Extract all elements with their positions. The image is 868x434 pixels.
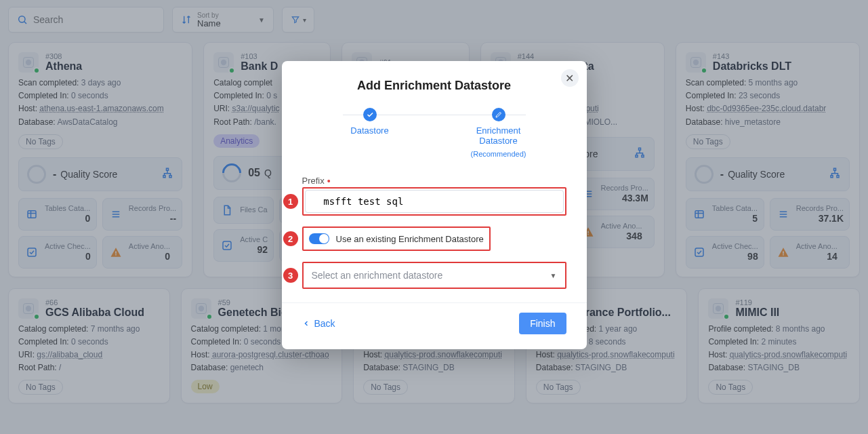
chevron-down-icon: ▼ — [550, 272, 557, 279]
back-label: Back — [314, 318, 335, 329]
step-sublabel: (Recommended) — [471, 150, 526, 158]
back-button[interactable]: Back — [302, 318, 335, 329]
step-enrichment[interactable]: Enrichment Datastore (Recommended) — [458, 108, 539, 158]
step-label: Enrichment Datastore — [458, 125, 539, 146]
highlight-select: 3 Select an enrichment datastore ▼ — [302, 262, 566, 289]
enrichment-select[interactable]: Select an enrichment datastore ▼ — [305, 264, 564, 286]
modal-title: Add Enrichment Datastore — [302, 79, 566, 93]
modal-overlay: ✕ Add Enrichment Datastore Datastore Enr… — [0, 0, 868, 434]
prefix-input[interactable] — [305, 190, 564, 213]
stepper: Datastore Enrichment Datastore (Recommen… — [329, 108, 539, 158]
select-placeholder: Select an enrichment datastore — [312, 270, 443, 281]
annotation-badge-2: 2 — [283, 231, 298, 246]
step-label: Datastore — [350, 125, 388, 136]
close-icon: ✕ — [565, 72, 574, 85]
prefix-label: Prefix• — [302, 176, 566, 186]
add-enrichment-modal: ✕ Add Enrichment Datastore Datastore Enr… — [282, 61, 587, 349]
close-button[interactable]: ✕ — [561, 69, 579, 87]
step-datastore[interactable]: Datastore — [329, 108, 411, 136]
annotation-badge-1: 1 — [283, 194, 298, 209]
pencil-icon — [495, 111, 503, 119]
existing-toggle[interactable] — [309, 233, 329, 244]
annotation-badge-3: 3 — [283, 268, 298, 283]
finish-button[interactable]: Finish — [519, 313, 566, 334]
toggle-label: Use an existing Enrichment Datastore — [336, 234, 484, 244]
chevron-left-icon — [302, 319, 310, 328]
highlight-toggle: 2 Use an existing Enrichment Datastore — [302, 226, 491, 251]
highlight-prefix: 1 — [302, 187, 566, 216]
check-icon — [366, 111, 374, 119]
